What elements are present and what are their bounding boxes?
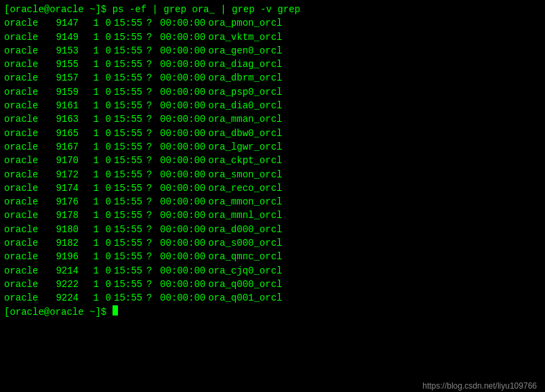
col-time: 15:55 — [114, 278, 146, 291]
col-user: oracle — [4, 291, 46, 305]
col-cmd: ora_ckpt_orcl — [208, 154, 282, 167]
col-time: 15:55 — [114, 264, 146, 278]
col-time: 15:55 — [114, 30, 146, 44]
col-time: 15:55 — [114, 44, 146, 58]
col-pid: 9176 — [46, 195, 81, 209]
col-user: oracle — [4, 30, 46, 44]
col-cmd: ora_mmon_orcl — [208, 195, 282, 209]
col-etime: 00:00:00 — [160, 16, 208, 30]
col-user: oracle — [4, 112, 46, 126]
col-ppid: 1 — [81, 85, 102, 99]
col-tty: ? — [146, 140, 160, 154]
col-c: 0 — [102, 209, 114, 222]
col-cmd: ora_smon_orcl — [208, 168, 282, 181]
col-etime: 00:00:00 — [160, 71, 208, 85]
table-row: oracle91761015:55?00:00:00ora_mmon_orcl — [4, 195, 541, 209]
col-c: 0 — [102, 154, 114, 167]
col-tty: ? — [146, 16, 160, 30]
col-ppid: 1 — [81, 127, 102, 140]
col-c: 0 — [102, 195, 114, 209]
col-user: oracle — [4, 99, 46, 112]
col-ppid: 1 — [81, 250, 102, 263]
col-user: oracle — [4, 168, 46, 181]
col-c: 0 — [102, 236, 114, 250]
col-user: oracle — [4, 236, 46, 250]
col-user: oracle — [4, 195, 46, 209]
col-cmd: ora_cjq0_orcl — [208, 264, 282, 278]
col-time: 15:55 — [114, 223, 146, 236]
col-tty: ? — [146, 99, 160, 112]
col-user: oracle — [4, 58, 46, 71]
col-etime: 00:00:00 — [160, 85, 208, 99]
col-c: 0 — [102, 223, 114, 236]
col-time: 15:55 — [114, 58, 146, 71]
col-cmd: ora_gen0_orcl — [208, 44, 282, 58]
col-user: oracle — [4, 223, 46, 236]
col-ppid: 1 — [81, 168, 102, 181]
col-tty: ? — [146, 58, 160, 71]
col-cmd: ora_diag_orcl — [208, 58, 282, 71]
col-etime: 00:00:00 — [160, 264, 208, 278]
table-row: oracle91671015:55?00:00:00ora_lgwr_orcl — [4, 140, 541, 154]
col-pid: 9147 — [46, 16, 81, 30]
col-c: 0 — [102, 291, 114, 305]
col-c: 0 — [102, 264, 114, 278]
col-etime: 00:00:00 — [160, 140, 208, 154]
table-row: oracle91701015:55?00:00:00ora_ckpt_orcl — [4, 154, 541, 167]
col-ppid: 1 — [81, 195, 102, 209]
col-etime: 00:00:00 — [160, 168, 208, 181]
col-time: 15:55 — [114, 99, 146, 112]
col-time: 15:55 — [114, 85, 146, 99]
col-ppid: 1 — [81, 291, 102, 305]
col-pid: 9161 — [46, 99, 81, 112]
col-c: 0 — [102, 278, 114, 291]
col-tty: ? — [146, 264, 160, 278]
col-tty: ? — [146, 112, 160, 126]
command-prompt: [oracle@oracle ~]$ ps -ef | grep ora_ | … — [4, 3, 541, 16]
col-cmd: ora_psp0_orcl — [208, 85, 282, 99]
col-ppid: 1 — [81, 154, 102, 167]
col-ppid: 1 — [81, 44, 102, 58]
col-user: oracle — [4, 209, 46, 222]
col-tty: ? — [146, 85, 160, 99]
col-etime: 00:00:00 — [160, 99, 208, 112]
col-time: 15:55 — [114, 16, 146, 30]
col-c: 0 — [102, 58, 114, 71]
table-row: oracle91611015:55?00:00:00ora_dia0_orcl — [4, 99, 541, 112]
col-tty: ? — [146, 168, 160, 181]
col-cmd: ora_q000_orcl — [208, 278, 282, 291]
col-time: 15:55 — [114, 209, 146, 222]
col-user: oracle — [4, 16, 46, 30]
col-user: oracle — [4, 44, 46, 58]
col-ppid: 1 — [81, 99, 102, 112]
table-row: oracle92241015:55?00:00:00ora_q001_orcl — [4, 291, 541, 305]
col-etime: 00:00:00 — [160, 58, 208, 71]
col-pid: 9170 — [46, 154, 81, 167]
col-c: 0 — [102, 44, 114, 58]
col-time: 15:55 — [114, 168, 146, 181]
col-pid: 9155 — [46, 58, 81, 71]
col-ppid: 1 — [81, 278, 102, 291]
table-row: oracle91571015:55?00:00:00ora_dbrm_orcl — [4, 71, 541, 85]
col-cmd: ora_mmnl_orcl — [208, 209, 282, 222]
col-etime: 00:00:00 — [160, 250, 208, 263]
col-user: oracle — [4, 71, 46, 85]
col-ppid: 1 — [81, 264, 102, 278]
col-pid: 9153 — [46, 44, 81, 58]
col-cmd: ora_q001_orcl — [208, 291, 282, 305]
col-time: 15:55 — [114, 250, 146, 263]
col-time: 15:55 — [114, 127, 146, 140]
prompt-text: [oracle@oracle ~]$ ps -ef | grep ora_ | … — [4, 3, 300, 16]
col-user: oracle — [4, 154, 46, 167]
col-c: 0 — [102, 250, 114, 263]
col-etime: 00:00:00 — [160, 44, 208, 58]
table-row: oracle91651015:55?00:00:00ora_dbw0_orcl — [4, 127, 541, 140]
col-tty: ? — [146, 209, 160, 222]
col-pid: 9178 — [46, 209, 81, 222]
col-cmd: ora_d000_orcl — [208, 223, 282, 236]
process-list: oracle91471015:55?00:00:00ora_pmon_orclo… — [4, 16, 541, 305]
col-time: 15:55 — [114, 181, 146, 195]
col-cmd: ora_reco_orcl — [208, 181, 282, 195]
col-pid: 9149 — [46, 30, 81, 44]
col-etime: 00:00:00 — [160, 195, 208, 209]
